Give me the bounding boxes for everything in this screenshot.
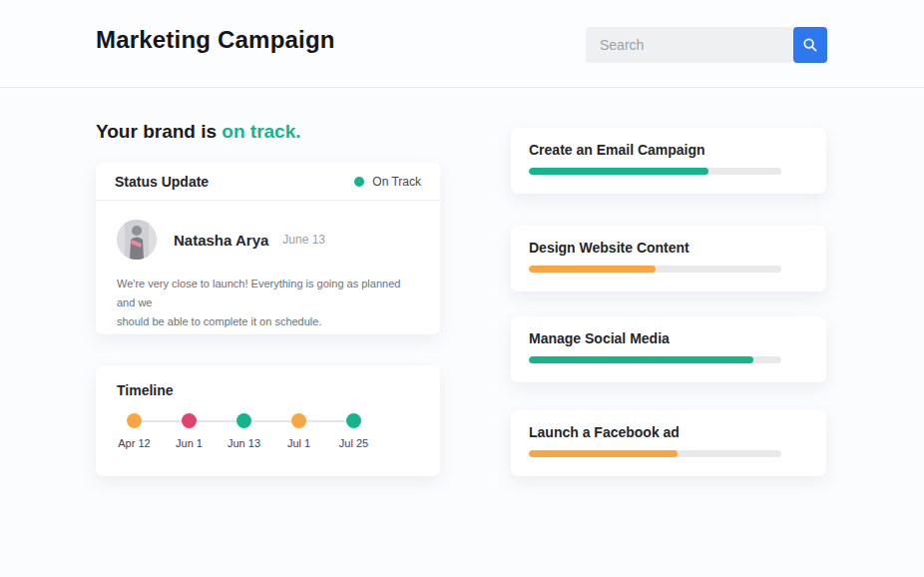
progress-track xyxy=(529,266,781,273)
timeline-milestone[interactable]: Jun 1 xyxy=(162,413,217,449)
search-bar xyxy=(586,27,827,63)
timeline-milestone[interactable]: Jul 1 xyxy=(271,413,326,449)
avatar xyxy=(117,220,157,260)
milestone-dot xyxy=(127,413,142,428)
status-update-card: Status Update On Track Natasha Arya xyxy=(96,163,440,334)
progress-fill xyxy=(529,450,678,457)
task-title: Create an Email Campaign xyxy=(529,142,808,158)
task-card-website-content[interactable]: Design Website Content xyxy=(511,226,826,291)
status-card-title: Status Update xyxy=(115,174,209,190)
search-button[interactable] xyxy=(793,27,827,63)
author-name: Natasha Arya xyxy=(174,232,268,249)
header: Marketing Campaign xyxy=(0,0,924,88)
task-title: Launch a Facebook ad xyxy=(529,424,808,440)
progress-track xyxy=(529,356,781,363)
progress-track xyxy=(529,450,781,457)
task-card-social-media[interactable]: Manage Social Media xyxy=(511,316,826,382)
status-message: We're very close to launch! Everything i… xyxy=(117,275,419,331)
progress-fill xyxy=(529,168,708,175)
brand-status-heading: Your brand is on track. xyxy=(96,121,301,143)
status-date: June 13 xyxy=(282,233,325,247)
milestone-label: Jul 1 xyxy=(287,437,310,449)
timeline-card: Timeline Apr 12 Jun 1 Jun 13 Jul 1 Jul 2 xyxy=(96,365,440,476)
status-card-body: Natasha Arya June 13 We're very close to… xyxy=(96,201,440,331)
progress-fill xyxy=(529,266,656,273)
milestone-label: Jun 1 xyxy=(176,437,203,449)
milestone-dot xyxy=(291,413,306,428)
search-icon xyxy=(802,37,818,53)
task-card-facebook-ad[interactable]: Launch a Facebook ad xyxy=(511,410,826,476)
status-message-line1: We're very close to launch! Everything i… xyxy=(117,275,419,312)
brand-status-prefix: Your brand is xyxy=(96,121,222,142)
status-card-header: Status Update On Track xyxy=(96,163,440,201)
timeline-title: Timeline xyxy=(117,382,419,398)
milestone-dot xyxy=(236,413,251,428)
task-title: Manage Social Media xyxy=(529,330,808,346)
milestone-label: Jun 13 xyxy=(228,437,260,449)
status-message-line2: should be able to complete it on schedul… xyxy=(117,312,419,331)
brand-status-highlight: on track. xyxy=(222,121,300,142)
task-card-email-campaign[interactable]: Create an Email Campaign xyxy=(511,128,826,194)
timeline-milestone[interactable]: Jun 13 xyxy=(217,413,271,449)
milestone-dot xyxy=(346,413,361,428)
status-badge-label: On Track xyxy=(372,175,421,189)
marketing-dashboard: Marketing Campaign Your brand is on trac… xyxy=(0,0,924,577)
timeline-milestone[interactable]: Jul 25 xyxy=(326,413,381,449)
search-input[interactable] xyxy=(586,27,793,63)
milestone-label: Apr 12 xyxy=(118,437,150,449)
timeline-track: Apr 12 Jun 1 Jun 13 Jul 1 Jul 25 xyxy=(107,413,381,449)
milestone-label: Jul 25 xyxy=(339,437,368,449)
progress-track xyxy=(529,168,781,175)
page-title: Marketing Campaign xyxy=(96,26,335,54)
author-row: Natasha Arya June 13 xyxy=(117,220,419,260)
timeline-milestone[interactable]: Apr 12 xyxy=(107,413,162,449)
status-badge-dot xyxy=(354,177,364,187)
status-badge: On Track xyxy=(354,175,421,189)
task-title: Design Website Content xyxy=(529,240,808,256)
milestone-dot xyxy=(182,413,197,428)
progress-fill xyxy=(529,356,753,363)
